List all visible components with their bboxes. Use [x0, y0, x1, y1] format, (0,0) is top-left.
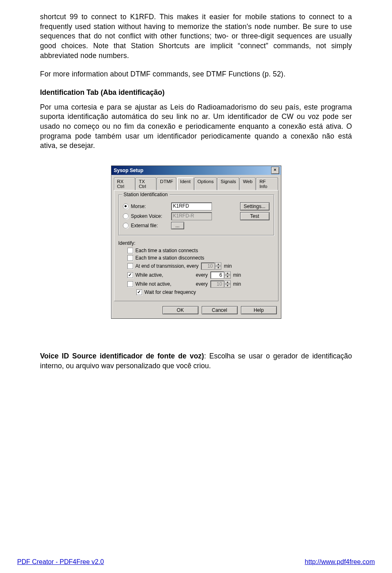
check-wait-clear-frequency[interactable] [136, 289, 142, 295]
group-station-identification: Station Identification Morse: K1RFD Sett… [118, 195, 274, 235]
radio-spoken-voice[interactable] [123, 213, 129, 219]
label-wait-clear-frequency: Wait for clear frequency [145, 289, 196, 295]
spinner-active-min[interactable]: 6 ▲ ▼ [210, 271, 231, 279]
chevron-down-icon[interactable]: ▼ [225, 275, 231, 279]
chevron-down-icon[interactable]: ▼ [215, 266, 221, 270]
check-while-active[interactable] [127, 272, 133, 278]
close-icon: × [274, 167, 276, 172]
spinner-notactive-value: 10 [210, 280, 224, 288]
radio-external-file[interactable] [123, 223, 129, 228]
page-footer: PDF Creator - PDF4Free v2.0 http://www.p… [17, 558, 375, 566]
dialog-button-row: OK Cancel Help [111, 304, 281, 318]
voice-id-heading: Voice ID Source identificador de fonte d… [40, 352, 204, 360]
tab-strip: RX Ctrl TX Ctrl DTMF Ident Options Signa… [111, 175, 281, 190]
check-each-connect[interactable] [127, 248, 133, 253]
label-every-1: every [196, 272, 208, 278]
section-heading-ident-tab: Identification Tab (Aba identificação) [40, 88, 352, 97]
settings-button[interactable]: Settings... [240, 202, 270, 210]
close-button[interactable]: × [271, 167, 279, 174]
radio-morse[interactable] [123, 204, 129, 209]
tab-panel-ident: Station Identification Morse: K1RFD Sett… [114, 190, 278, 301]
check-each-disconnect[interactable] [127, 255, 133, 261]
tab-dtmf[interactable]: DTMF [157, 177, 176, 190]
label-while-active: While active, [136, 272, 194, 278]
label-identify: Identify: [118, 240, 136, 246]
tab-signals[interactable]: Signals [217, 177, 239, 190]
tab-tx-ctrl[interactable]: TX Ctrl [136, 177, 156, 190]
chevron-up-icon[interactable]: ▲ [215, 262, 221, 266]
footer-link-left[interactable]: PDF Creator - PDF4Free v2.0 [17, 558, 104, 566]
label-every-2: every [196, 281, 208, 287]
label-external-file: External file: [131, 223, 169, 228]
check-while-not-active[interactable] [127, 281, 133, 287]
tab-web[interactable]: Web [240, 177, 256, 190]
cancel-button[interactable]: Cancel [202, 306, 238, 314]
tab-rf-info[interactable]: RF Info [256, 177, 278, 190]
spinner-end-tx-min[interactable]: 10 ▲ ▼ [201, 262, 221, 270]
label-each-connect: Each time a station connects [136, 248, 198, 253]
input-voice-callsign: K1RFD-R [171, 212, 212, 220]
tab-rx-ctrl[interactable]: RX Ctrl [114, 177, 135, 190]
tab-options[interactable]: Options [194, 177, 217, 190]
help-button[interactable]: Help [241, 306, 277, 314]
ok-button[interactable]: OK [163, 306, 198, 314]
label-min-2: min [233, 272, 241, 278]
spinner-end-tx-value: 10 [201, 262, 215, 270]
test-button[interactable]: Test [240, 212, 270, 220]
body-paragraph-3: Por uma cortesia e para se ajustar as Le… [40, 103, 352, 151]
label-end-of-transmission: At end of transmission, every [136, 263, 199, 269]
spinner-notactive-min[interactable]: 10 ▲ ▼ [210, 280, 231, 288]
chevron-down-icon[interactable]: ▼ [225, 284, 231, 288]
voice-id-paragraph: Voice ID Source identificador de fonte d… [40, 351, 352, 371]
dialog-title: Sysop Setup [114, 168, 144, 173]
tab-ident[interactable]: Ident [177, 177, 194, 190]
check-end-of-transmission[interactable] [127, 263, 133, 269]
body-paragraph-2: For more information about DTMF commands… [40, 69, 352, 79]
label-min-3: min [233, 281, 241, 287]
chevron-up-icon[interactable]: ▲ [225, 280, 231, 284]
label-min-1: min [224, 263, 232, 269]
label-while-not-active: While not active, [136, 281, 194, 287]
dialog-titlebar: Sysop Setup × [111, 166, 281, 175]
sysop-setup-dialog: Sysop Setup × RX Ctrl TX Ctrl DTMF Ident… [111, 166, 281, 319]
label-each-disconnect: Each time a station disconnects [136, 255, 205, 261]
body-paragraph-1: shortcut 99 to connect to K1RFD. This ma… [40, 12, 352, 60]
browse-external-file-button[interactable]: ... [171, 222, 184, 229]
chevron-up-icon[interactable]: ▲ [225, 271, 231, 275]
label-morse: Morse: [131, 204, 169, 209]
input-morse-callsign[interactable]: K1RFD [171, 202, 212, 210]
group-title: Station Identification [122, 192, 169, 197]
spinner-active-value[interactable]: 6 [210, 271, 224, 279]
label-spoken-voice: Spoken Voice: [131, 213, 169, 219]
dialog-container: Sysop Setup × RX Ctrl TX Ctrl DTMF Ident… [40, 166, 352, 319]
footer-link-right[interactable]: http://www.pdf4free.com [305, 558, 375, 566]
